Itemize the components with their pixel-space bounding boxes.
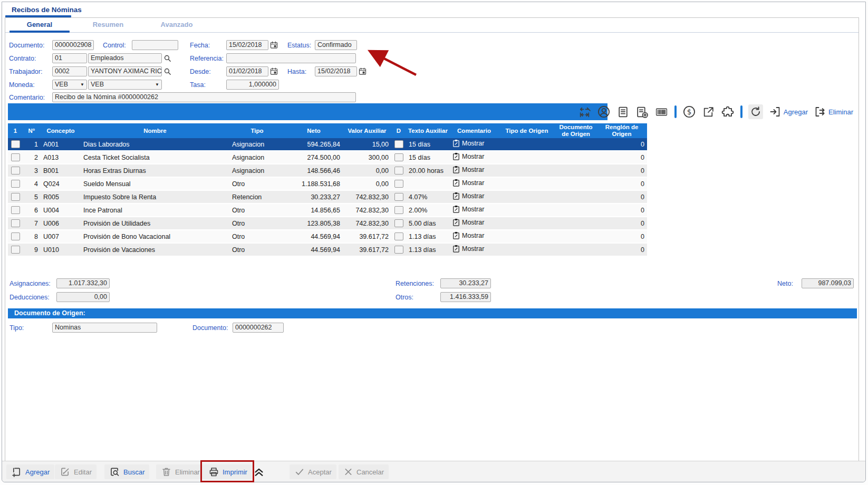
control-field[interactable] (132, 40, 178, 50)
table-row[interactable]: 1A001 Dias LaboradosAsignacion 594.265,8… (8, 138, 647, 151)
d-checkbox[interactable] (394, 206, 403, 214)
remove-row-button[interactable]: Eliminar (814, 105, 853, 118)
col-tipo-origen[interactable]: Tipo de Origen (498, 128, 555, 134)
row-select-checkbox[interactable] (11, 180, 20, 188)
tab-general[interactable]: General (5, 18, 74, 33)
eliminar-button[interactable]: Eliminar (156, 464, 205, 479)
moneda-code-select[interactable]: VEB▼ (52, 80, 87, 90)
col-comentario[interactable]: Comentario (450, 128, 498, 134)
agregar-button[interactable]: Agregar (6, 464, 54, 479)
col-concepto[interactable]: Concepto (41, 128, 81, 134)
d-checkbox[interactable] (394, 193, 403, 201)
col-numero[interactable]: N° (23, 128, 41, 134)
mostrar-button[interactable]: Mostrar (452, 205, 484, 214)
page-title: Recibos de Nóminas (12, 6, 82, 14)
row-select-checkbox[interactable] (11, 232, 20, 240)
row-select-checkbox[interactable] (11, 153, 20, 161)
tasa-field[interactable]: 1,000000 (226, 80, 279, 90)
d-checkbox[interactable] (394, 219, 403, 227)
row-select-checkbox[interactable] (11, 219, 20, 227)
mostrar-button[interactable]: Mostrar (452, 231, 484, 240)
calendar-icon[interactable] (269, 41, 278, 50)
table-row[interactable]: 8U007 Provisión de Bono VacacionalOtro 4… (8, 230, 647, 244)
comentario-field[interactable]: Recibo de la Nómina #0000000262 (52, 92, 356, 102)
table-row[interactable]: 9U010 Provisión de VacacionesOtro 44.569… (8, 244, 647, 257)
trabajador-code-field[interactable]: 0002 (52, 66, 87, 76)
d-checkbox[interactable] (394, 232, 403, 240)
d-checkbox[interactable] (394, 153, 403, 161)
cancelar-button[interactable]: Cancelar (339, 464, 389, 479)
col-d[interactable]: D (391, 128, 406, 134)
trabajador-label: Trabajador: (9, 68, 42, 75)
mostrar-button[interactable]: Mostrar (452, 245, 484, 253)
puzzle-icon[interactable] (721, 105, 735, 119)
row-select-checkbox[interactable] (11, 246, 20, 254)
moneda-name-select[interactable]: VEB▼ (88, 80, 162, 90)
row-select-checkbox[interactable] (11, 193, 20, 201)
neto-label: Neto: (777, 280, 793, 287)
d-checkbox[interactable] (394, 140, 403, 148)
col-renglon-origen[interactable]: Renglón de Origen (596, 124, 647, 137)
table-body: 1A001 Dias LaboradosAsignacion 594.265,8… (8, 138, 647, 257)
user-icon[interactable] (597, 105, 611, 119)
mostrar-button[interactable]: Mostrar (452, 192, 484, 200)
row-select-checkbox[interactable] (11, 167, 20, 174)
table-row[interactable]: 4Q024 Sueldo MensualOtro 1.188.531,680,0… (8, 178, 647, 191)
contrato-name-field[interactable]: Empleados (88, 53, 162, 63)
append-row-label: Agregar (784, 108, 808, 116)
deducciones-label: Deducciones: (9, 294, 50, 301)
external-link-icon[interactable] (702, 105, 715, 119)
table-row[interactable]: 3B001 Horas Extras DiurnasAsignacion 148… (8, 164, 647, 178)
annotation-highlight-box (200, 460, 254, 482)
trabajador-name-field[interactable]: YANTONY AXIMAC RICC (88, 66, 162, 76)
document-icon[interactable] (616, 105, 630, 119)
col-documento-origen[interactable]: Documento de Origen (555, 124, 596, 137)
table-row[interactable]: 5R005 Impuesto Sobre la RentaRetencion 3… (8, 191, 647, 204)
table-row[interactable]: 2A013 Cesta Ticket SocialistaAsignacion … (8, 151, 647, 164)
row-select-checkbox[interactable] (11, 206, 20, 214)
table-row[interactable]: 6U004 Ince PatronalOtro 14.856,65742.832… (8, 204, 647, 217)
col-nombre[interactable]: Nombre (81, 128, 229, 134)
mostrar-button[interactable]: Mostrar (452, 139, 484, 148)
documento-field[interactable]: 0000002908 (52, 40, 94, 50)
toolbar-separator (740, 105, 742, 118)
document-add-icon[interactable] (635, 105, 649, 119)
d-checkbox[interactable] (394, 246, 403, 254)
desde-field[interactable]: 01/02/2018 (226, 66, 268, 76)
editar-button[interactable]: Editar (55, 464, 97, 479)
search-icon[interactable] (163, 67, 172, 76)
referencia-field[interactable] (226, 53, 356, 63)
bottom-toolbar: Agregar Editar Buscar Eliminar Imprimir … (2, 461, 865, 482)
col-neto[interactable]: Neto (285, 128, 343, 134)
contrato-code-field[interactable]: 01 (52, 53, 87, 63)
d-checkbox[interactable] (394, 180, 403, 188)
mostrar-button[interactable]: Mostrar (452, 179, 484, 187)
estatus-label: Estatus: (287, 42, 311, 49)
moneda-label: Moneda: (9, 81, 35, 89)
buscar-button[interactable]: Buscar (104, 464, 149, 479)
deducciones-field: 0,00 (56, 292, 110, 302)
row-select-checkbox[interactable] (11, 140, 20, 148)
tab-resumen[interactable]: Resumen (74, 18, 142, 33)
aceptar-button[interactable]: Aceptar (290, 464, 336, 479)
mostrar-button[interactable]: Mostrar (452, 166, 484, 174)
refresh-icon[interactable] (748, 104, 763, 119)
barcode-icon[interactable] (654, 105, 669, 119)
d-checkbox[interactable] (394, 167, 403, 174)
search-icon[interactable] (163, 54, 172, 63)
hasta-field[interactable]: 15/02/2018 (315, 66, 357, 76)
tab-avanzado[interactable]: Avanzado (142, 18, 211, 33)
col-select[interactable]: 1 (8, 128, 23, 134)
table-row[interactable]: 7U006 Provisión de UtilidadesOtro 123.80… (8, 217, 647, 230)
col-valor-auxiliar[interactable]: Valor Auxiliar (343, 128, 391, 134)
currency-icon[interactable]: $ (682, 105, 696, 119)
append-row-button[interactable]: Agregar (769, 105, 808, 118)
calendar-icon[interactable] (269, 67, 278, 76)
mostrar-button[interactable]: Mostrar (452, 218, 484, 227)
fecha-field[interactable]: 15/02/2018 (226, 40, 268, 50)
mostrar-button[interactable]: Mostrar (452, 152, 484, 161)
annotation-arrow (358, 43, 424, 80)
col-tipo[interactable]: Tipo (229, 128, 285, 134)
resize-grid-icon[interactable] (578, 105, 591, 119)
col-texto-auxiliar[interactable]: Texto Auxiliar (406, 128, 450, 134)
